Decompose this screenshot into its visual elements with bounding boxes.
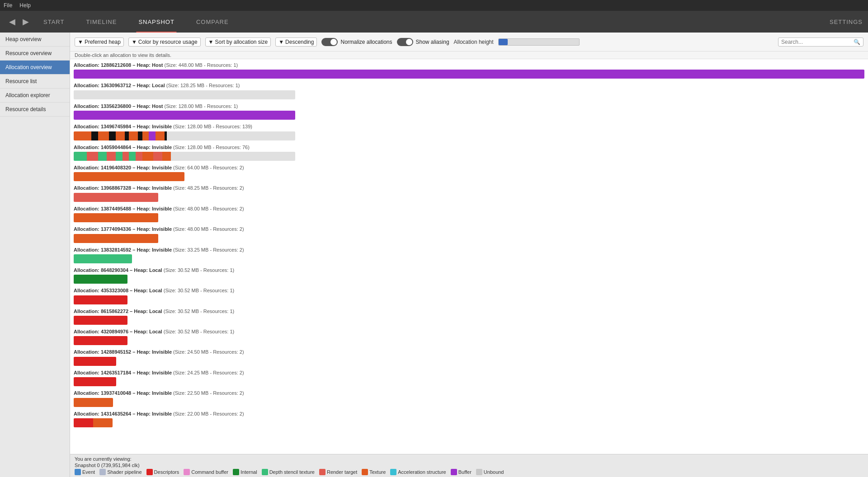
alloc-bar-container (74, 70, 864, 80)
sidebar-item-resource-overview[interactable]: Resource overview (0, 47, 70, 61)
bar-segment (153, 152, 162, 161)
bottom-bar: You are currently viewing: Snapshot 0 (7… (70, 454, 868, 477)
top-nav: ◀ ▶ START TIMELINE SNAPSHOT COMPARE SETT… (0, 11, 868, 33)
bar-segment (98, 152, 107, 161)
alloc-bar-container (74, 398, 864, 408)
legend-item: Depth stencil texture (262, 469, 315, 475)
nav-settings[interactable]: SETTINGS (830, 19, 863, 25)
alloc-row[interactable]: Allocation: 13496745984 – Heap: Invisibl… (70, 122, 868, 143)
nav-snapshot[interactable]: SNAPSHOT (127, 11, 185, 33)
nav-back[interactable]: ◀ (5, 17, 19, 27)
bar-segment (74, 357, 116, 366)
color-dropdown-label: Color by resource usage (138, 39, 198, 45)
sort-dropdown-label: Sort by allocation size (215, 39, 268, 45)
legend-swatch (451, 469, 457, 475)
bar-segment (162, 152, 171, 161)
alloc-label: Allocation: 14196408320 – Heap: Invisibl… (74, 164, 864, 171)
alloc-row[interactable]: Allocation: 4353323008 – Heap: Local (Si… (70, 286, 868, 307)
legend: EventShader pipelineDescriptorsCommand b… (75, 469, 863, 475)
legend-item: Buffer (451, 469, 472, 475)
main-content: ▼ Preferred heap ▼ Color by resource usa… (70, 33, 868, 477)
menu-file[interactable]: File (4, 2, 12, 9)
bar-segment (129, 152, 136, 161)
alloc-bar (74, 275, 127, 284)
bar-segment (129, 131, 138, 140)
alloc-label: Allocation: 13630963712 – Heap: Local (S… (74, 82, 864, 89)
allocation-list[interactable]: Allocation: 12886212608 – Heap: Host (Si… (70, 59, 868, 454)
nav-forward[interactable]: ▶ (19, 17, 33, 27)
legend-label: Buffer (458, 469, 472, 475)
heap-dropdown-label: Preferred heap (85, 39, 121, 45)
alloc-row[interactable]: Allocation: 8648290304 – Heap: Local (Si… (70, 266, 868, 286)
legend-label: Descriptors (154, 469, 179, 475)
order-dropdown-label: Descending (285, 39, 314, 45)
alloc-row[interactable]: Allocation: 4320894976 – Heap: Local (Si… (70, 327, 868, 348)
legend-swatch (233, 469, 239, 475)
alloc-label: Allocation: 13968867328 – Heap: Invisibl… (74, 185, 864, 192)
bar-segment (123, 152, 129, 161)
bar-segment (116, 131, 125, 140)
alloc-bar (74, 295, 127, 304)
nav-compare[interactable]: COMPARE (185, 11, 240, 33)
alloc-row[interactable]: Allocation: 13356236800 – Heap: Host (Si… (70, 102, 868, 122)
alloc-height-slider[interactable] (498, 38, 580, 46)
legend-swatch (184, 469, 190, 475)
legend-swatch (75, 469, 81, 475)
color-dropdown-arrow: ▼ (132, 39, 137, 45)
sort-dropdown[interactable]: ▼ Sort by allocation size (205, 37, 271, 47)
alloc-row[interactable]: Allocation: 13774094336 – Heap: Invisibl… (70, 225, 868, 245)
alloc-row[interactable]: Allocation: 12886212608 – Heap: Host (Si… (70, 61, 868, 81)
legend-item: Internal (233, 469, 257, 475)
legend-item: Unbound (476, 469, 504, 475)
alloc-bar-container (74, 131, 864, 141)
aliasing-toggle[interactable] (397, 38, 413, 46)
search-input[interactable] (781, 39, 854, 45)
alloc-row[interactable]: Allocation: 13968867328 – Heap: Invisibl… (70, 184, 868, 204)
alloc-bar-container (74, 193, 864, 203)
bar-segment (74, 172, 184, 181)
alloc-row[interactable]: Allocation: 13874495488 – Heap: Invisibl… (70, 205, 868, 225)
heap-dropdown[interactable]: ▼ Preferred heap (75, 37, 124, 47)
legend-item: Command buffer (184, 469, 228, 475)
alloc-row[interactable]: Allocation: 14314635264 – Heap: Invisibl… (70, 410, 868, 430)
sidebar-item-resource-list[interactable]: Resource list (0, 75, 70, 89)
nav-start[interactable]: START (33, 11, 75, 33)
alloc-label: Allocation: 12886212608 – Heap: Host (Si… (74, 62, 864, 69)
sidebar-item-heap-overview[interactable]: Heap overview (0, 33, 70, 47)
legend-label: Texture (369, 469, 386, 475)
sidebar: Heap overview Resource overview Allocati… (0, 33, 70, 477)
alloc-row[interactable]: Allocation: 14059044864 – Heap: Invisibl… (70, 143, 868, 164)
bar-segment (116, 152, 123, 161)
alloc-label: Allocation: 13496745984 – Heap: Invisibl… (74, 123, 864, 130)
normalize-toggle-group: Normalize allocations (321, 38, 392, 46)
legend-swatch (362, 469, 368, 475)
nav-timeline[interactable]: TIMELINE (75, 11, 127, 33)
alloc-row[interactable]: Allocation: 14196408320 – Heap: Invisibl… (70, 164, 868, 184)
alloc-row[interactable]: Allocation: 8615862272 – Heap: Local (Si… (70, 307, 868, 327)
legend-item: Descriptors (146, 469, 179, 475)
alloc-label: Allocation: 13832814592 – Heap: Invisibl… (74, 247, 864, 253)
alloc-label: Allocation: 13937410048 – Heap: Invisibl… (74, 390, 864, 397)
order-dropdown[interactable]: ▼ Descending (275, 37, 317, 47)
alloc-label: Allocation: 14314635264 – Heap: Invisibl… (74, 411, 864, 417)
bar-segment (136, 152, 142, 161)
sidebar-item-resource-details[interactable]: Resource details (0, 103, 70, 117)
color-dropdown[interactable]: ▼ Color by resource usage (128, 37, 201, 47)
alloc-row[interactable]: Allocation: 13937410048 – Heap: Invisibl… (70, 389, 868, 409)
sidebar-item-allocation-overview[interactable]: Allocation overview (0, 61, 70, 75)
alloc-row[interactable]: Allocation: 13832814592 – Heap: Invisibl… (70, 246, 868, 266)
alloc-row[interactable]: Allocation: 13630963712 – Heap: Local (S… (70, 81, 868, 102)
legend-label: Command buffer (191, 469, 228, 475)
bar-segment (74, 254, 132, 263)
alloc-bar-container (74, 254, 864, 264)
alloc-row[interactable]: Allocation: 14263517184 – Heap: Invisibl… (70, 369, 868, 389)
sidebar-item-allocation-explorer[interactable]: Allocation explorer (0, 89, 70, 103)
alloc-row[interactable]: Allocation: 14288945152 – Heap: Invisibl… (70, 348, 868, 368)
menu-help[interactable]: Help (19, 2, 31, 9)
bar-segment (138, 131, 142, 140)
alloc-bar (74, 111, 295, 120)
alloc-height-label: Allocation height (454, 39, 494, 45)
normalize-toggle[interactable] (321, 38, 338, 46)
legend-swatch (390, 469, 396, 475)
search-icon[interactable]: 🔍 (854, 39, 860, 45)
